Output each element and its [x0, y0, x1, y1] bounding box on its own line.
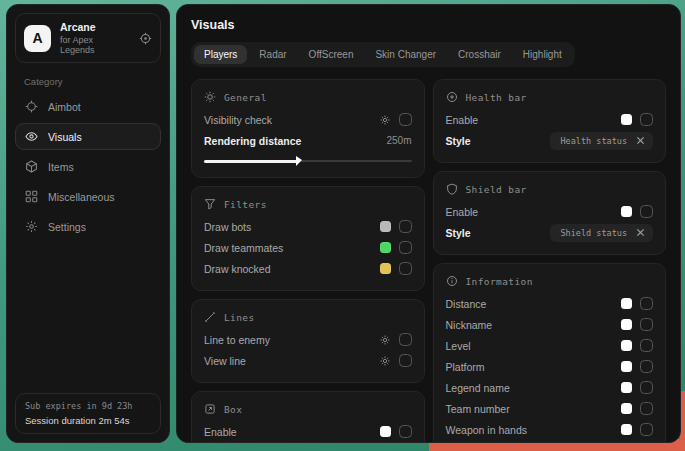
- row-label: Distance: [446, 298, 487, 310]
- tab-offscreen[interactable]: OffScreen: [299, 45, 364, 64]
- close-icon[interactable]: [636, 228, 645, 237]
- row-label: Rendering distance: [204, 135, 301, 147]
- sidebar-item-aimbot[interactable]: Aimbot: [15, 93, 161, 120]
- color-swatch[interactable]: [621, 340, 632, 351]
- color-swatch[interactable]: [621, 114, 632, 125]
- draw-teammates-row: Draw teammates: [204, 237, 412, 258]
- sidebar-item-items[interactable]: Items: [15, 153, 161, 180]
- row-label: Nickname: [446, 319, 493, 331]
- selected-option: Health status: [560, 136, 627, 146]
- health-style-select[interactable]: Health status: [550, 132, 653, 150]
- row-label: Draw teammates: [204, 242, 283, 254]
- rendering-distance-row: Rendering distance 250m: [204, 130, 412, 151]
- color-swatch[interactable]: [380, 242, 391, 253]
- row-label: Platform: [446, 361, 485, 373]
- shield-enable-checkbox[interactable]: [640, 205, 653, 218]
- health-icon: [446, 91, 458, 103]
- slider-thumb[interactable]: [296, 156, 302, 166]
- target-icon[interactable]: [139, 32, 152, 45]
- weapon-in-hands-checkbox[interactable]: [640, 423, 653, 436]
- general-section-header: General: [204, 91, 412, 103]
- sub-expiry-text: Sub expires in 9d 23h: [25, 401, 151, 411]
- row-label: Weapon in hands: [446, 424, 528, 436]
- color-swatch[interactable]: [621, 206, 632, 217]
- row-label: Line to enemy: [204, 334, 270, 346]
- close-icon[interactable]: [636, 136, 645, 145]
- platform-row: Platform: [446, 356, 654, 377]
- rendering-distance-slider[interactable]: [204, 156, 412, 166]
- app-name: Arcane: [60, 21, 130, 33]
- color-swatch[interactable]: [380, 263, 391, 274]
- tab-crosshair[interactable]: Crosshair: [448, 45, 511, 64]
- health-enable-row: Enable: [446, 109, 654, 130]
- tab-players[interactable]: Players: [194, 45, 247, 64]
- shield-bar-section-header: Shield bar: [446, 183, 654, 195]
- color-swatch[interactable]: [621, 319, 632, 330]
- nickname-checkbox[interactable]: [640, 318, 653, 331]
- sidebar-item-visuals[interactable]: Visuals: [15, 123, 161, 150]
- rendering-distance-value: 250m: [386, 135, 411, 146]
- box-enable-checkbox[interactable]: [399, 425, 412, 438]
- nickname-row: Nickname: [446, 314, 654, 335]
- settings-content: General Visibility check Rendering dista…: [191, 79, 666, 443]
- app-meta: Arcane for Apex Legends: [60, 21, 130, 55]
- draw-teammates-checkbox[interactable]: [399, 241, 412, 254]
- gear-icon[interactable]: [379, 355, 391, 367]
- color-swatch[interactable]: [380, 221, 391, 232]
- health-enable-checkbox[interactable]: [640, 113, 653, 126]
- sidebar-item-miscellaneous[interactable]: Miscellaneous: [15, 183, 161, 210]
- platform-checkbox[interactable]: [640, 360, 653, 373]
- team-number-checkbox[interactable]: [640, 402, 653, 415]
- color-swatch[interactable]: [621, 361, 632, 372]
- visibility-check-checkbox[interactable]: [399, 113, 412, 126]
- right-column: Health bar Enable Style Health status: [433, 79, 667, 443]
- color-swatch[interactable]: [621, 382, 632, 393]
- box-section-header: Box: [204, 403, 412, 415]
- section-title: Box: [224, 404, 242, 415]
- tab-skin-changer[interactable]: Skin Changer: [365, 45, 446, 64]
- tab-radar[interactable]: Radar: [249, 45, 296, 64]
- visibility-check-row: Visibility check: [204, 109, 412, 130]
- level-checkbox[interactable]: [640, 339, 653, 352]
- filters-section-header: Filters: [204, 198, 412, 210]
- gear-icon[interactable]: [379, 334, 391, 346]
- line-to-enemy-checkbox[interactable]: [399, 333, 412, 346]
- sidebar-item-label: Visuals: [48, 131, 82, 143]
- shield-icon: [446, 183, 458, 195]
- selected-option: Shield status: [560, 228, 627, 238]
- draw-knocked-checkbox[interactable]: [399, 262, 412, 275]
- view-line-checkbox[interactable]: [399, 354, 412, 367]
- shield-style-row: Style Shield status: [446, 222, 654, 243]
- row-label: Level: [446, 340, 471, 352]
- legend-name-checkbox[interactable]: [640, 381, 653, 394]
- weapon-in-hands-row: Weapon in hands: [446, 419, 654, 440]
- shield-enable-row: Enable: [446, 201, 654, 222]
- color-swatch[interactable]: [621, 298, 632, 309]
- section-title: General: [224, 92, 267, 103]
- left-column: General Visibility check Rendering dista…: [191, 79, 425, 443]
- gear-icon[interactable]: [379, 114, 391, 126]
- row-label: Enable: [446, 206, 479, 218]
- tab-highlight[interactable]: Highlight: [513, 45, 572, 64]
- draw-bots-row: Draw bots: [204, 216, 412, 237]
- shield-style-select[interactable]: Shield status: [550, 224, 653, 242]
- color-swatch[interactable]: [380, 426, 391, 437]
- line-icon: [204, 311, 216, 323]
- general-section: General Visibility check Rendering dista…: [191, 79, 425, 178]
- color-swatch[interactable]: [621, 424, 632, 435]
- row-label: Draw knocked: [204, 263, 271, 275]
- box-icon: [204, 403, 216, 415]
- slider-fill: [204, 160, 299, 163]
- row-label: Team number: [446, 403, 510, 415]
- section-title: Shield bar: [466, 184, 527, 195]
- category-label: Category: [24, 76, 161, 87]
- sidebar-item-settings[interactable]: Settings: [15, 213, 161, 240]
- distance-checkbox[interactable]: [640, 297, 653, 310]
- gear-icon: [25, 220, 38, 233]
- draw-bots-checkbox[interactable]: [399, 220, 412, 233]
- color-swatch[interactable]: [621, 403, 632, 414]
- page-title: Visuals: [191, 18, 666, 32]
- sidebar-item-label: Aimbot: [48, 101, 81, 113]
- legend-name-row: Legend name: [446, 377, 654, 398]
- information-section-header: Information: [446, 275, 654, 287]
